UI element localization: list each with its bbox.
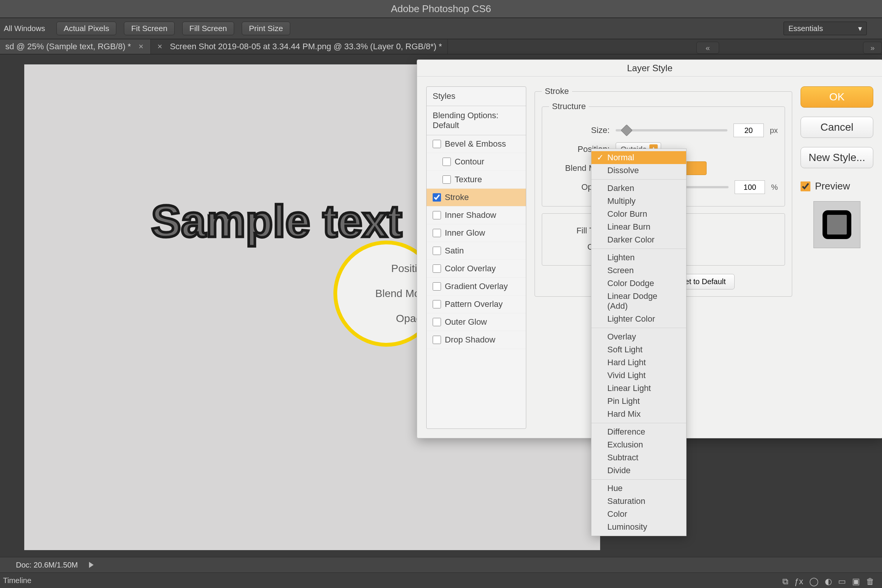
link-icon[interactable]: ⧉ [782, 577, 788, 586]
blend-mode-option-exclusion[interactable]: Exclusion [591, 438, 686, 451]
actual-pixels-button[interactable]: Actual Pixels [56, 22, 116, 35]
blend-mode-option-color[interactable]: Color [591, 508, 686, 521]
blend-mode-option-difference[interactable]: Difference [591, 425, 686, 438]
blend-mode-option-darker-color[interactable]: Darker Color [591, 233, 686, 246]
slider-thumb-icon[interactable] [621, 124, 632, 136]
timeline-panel-tab[interactable]: Timeline ⧉ ƒx ◯ ◐ ▭ ▣ 🗑 [0, 573, 882, 588]
style-item-color-overlay[interactable]: Color Overlay [427, 260, 526, 278]
style-item-checkbox[interactable] [433, 247, 441, 255]
doc-size-readout: Doc: 20.6M/1.50M [16, 561, 78, 569]
blend-mode-option-hard-light[interactable]: Hard Light [591, 356, 686, 369]
app-title: Adobe Photoshop CS6 [391, 3, 491, 15]
blend-mode-option-linear-light[interactable]: Linear Light [591, 382, 686, 395]
preview-toggle[interactable]: Preview [801, 180, 873, 192]
style-item-drop-shadow[interactable]: Drop Shadow [427, 331, 526, 349]
blend-mode-option-divide[interactable]: Divide [591, 464, 686, 477]
opacity-input[interactable] [735, 180, 765, 194]
style-item-stroke[interactable]: Stroke [427, 189, 526, 206]
print-size-button[interactable]: Print Size [242, 22, 290, 35]
style-item-checkbox[interactable] [433, 193, 441, 202]
ok-button[interactable]: OK [801, 86, 873, 108]
blend-mode-option-darken[interactable]: Darken [591, 182, 686, 195]
blend-mode-option-luminosity[interactable]: Luminosity [591, 521, 686, 533]
style-item-contour[interactable]: Contour [427, 153, 526, 171]
size-row: Size: px [549, 124, 778, 137]
canvas-text-layer: Sample text [151, 195, 402, 247]
size-unit: px [770, 126, 778, 135]
blending-options-header[interactable]: Blending Options: Default [427, 106, 526, 135]
mask-icon[interactable]: ◯ [809, 577, 819, 586]
blend-mode-option-normal[interactable]: Normal [591, 151, 686, 164]
adjustment-icon[interactable]: ◐ [825, 577, 832, 586]
blend-mode-option-screen[interactable]: Screen [591, 264, 686, 277]
status-bar: Doc: 20.6M/1.50M [0, 557, 882, 573]
blend-mode-option-soft-light[interactable]: Soft Light [591, 343, 686, 356]
blend-mode-option-saturation[interactable]: Saturation [591, 495, 686, 508]
blend-mode-option-lighten[interactable]: Lighten [591, 251, 686, 264]
document-tab-0[interactable]: sd @ 25% (Sample text, RGB/8) * × [0, 39, 151, 54]
blend-mode-option-pin-light[interactable]: Pin Light [591, 395, 686, 408]
blend-mode-option-lighter-color[interactable]: Lighter Color [591, 313, 686, 325]
blend-mode-option-color-burn[interactable]: Color Burn [591, 208, 686, 220]
document-tab-label: sd @ 25% (Sample text, RGB/8) * [5, 42, 131, 52]
style-item-outer-glow[interactable]: Outer Glow [427, 313, 526, 331]
preview-checkbox[interactable] [801, 181, 810, 191]
fx-icon[interactable]: ƒx [794, 577, 803, 586]
style-item-checkbox[interactable] [433, 140, 441, 148]
blend-mode-option-dissolve[interactable]: Dissolve [591, 164, 686, 177]
document-tab-1[interactable]: × Screen Shot 2019-08-05 at 3.34.44 PM.p… [151, 39, 448, 54]
all-windows-toggle[interactable]: All Windows [0, 22, 49, 35]
blend-mode-option-multiply[interactable]: Multiply [591, 195, 686, 208]
style-item-label: Texture [455, 175, 482, 185]
blend-mode-popup[interactable]: NormalDissolveDarkenMultiplyColor BurnLi… [591, 149, 687, 536]
style-item-pattern-overlay[interactable]: Pattern Overlay [427, 296, 526, 313]
style-item-checkbox[interactable] [433, 211, 441, 219]
blend-mode-option-linear-dodge-add-[interactable]: Linear Dodge (Add) [591, 290, 686, 313]
style-item-checkbox[interactable] [433, 300, 441, 308]
size-slider[interactable] [616, 129, 727, 131]
blend-mode-option-subtract[interactable]: Subtract [591, 451, 686, 464]
style-item-inner-glow[interactable]: Inner Glow [427, 224, 526, 242]
workspace-switcher[interactable]: Essentials ▾ [783, 22, 867, 35]
fit-screen-button[interactable]: Fit Screen [124, 22, 175, 35]
blend-mode-option-vivid-light[interactable]: Vivid Light [591, 369, 686, 382]
style-item-label: Bevel & Emboss [445, 139, 506, 149]
new-layer-icon[interactable]: ▣ [852, 577, 860, 586]
blend-mode-option-color-dodge[interactable]: Color Dodge [591, 277, 686, 290]
style-item-checkbox[interactable] [433, 282, 441, 291]
blend-mode-option-hue[interactable]: Hue [591, 482, 686, 495]
style-item-inner-shadow[interactable]: Inner Shadow [427, 206, 526, 224]
style-item-checkbox[interactable] [443, 158, 451, 166]
style-item-satin[interactable]: Satin [427, 242, 526, 260]
style-item-checkbox[interactable] [433, 336, 441, 344]
panel-collapse-handle[interactable]: « [696, 42, 719, 54]
style-item-bevel-emboss[interactable]: Bevel & Emboss [427, 135, 526, 153]
style-item-label: Contour [455, 157, 484, 167]
style-item-checkbox[interactable] [433, 229, 441, 237]
opacity-unit: % [771, 183, 778, 192]
style-item-checkbox[interactable] [433, 318, 441, 326]
close-icon[interactable]: × [156, 42, 164, 52]
new-style-button[interactable]: New Style... [801, 147, 873, 168]
style-item-gradient-overlay[interactable]: Gradient Overlay [427, 278, 526, 296]
style-item-checkbox[interactable] [433, 264, 441, 273]
blend-mode-option-hard-mix[interactable]: Hard Mix [591, 408, 686, 421]
style-item-checkbox[interactable] [443, 175, 451, 184]
panel-expand-handle[interactable]: » [863, 42, 882, 54]
fill-screen-button[interactable]: Fill Screen [182, 22, 234, 35]
blend-mode-option-linear-burn[interactable]: Linear Burn [591, 220, 686, 233]
thumbnail-shape [823, 210, 851, 239]
disclosure-triangle-icon[interactable] [89, 562, 94, 568]
styles-header[interactable]: Styles [427, 87, 526, 106]
close-icon[interactable]: × [137, 42, 145, 52]
blend-mode-option-overlay[interactable]: Overlay [591, 330, 686, 343]
style-item-label: Pattern Overlay [445, 299, 503, 309]
size-label: Size: [549, 125, 610, 135]
trash-icon[interactable]: 🗑 [866, 577, 874, 586]
size-input[interactable] [733, 124, 764, 137]
style-item-texture[interactable]: Texture [427, 171, 526, 189]
cancel-button[interactable]: Cancel [801, 117, 873, 138]
style-item-label: Gradient Overlay [445, 281, 508, 291]
group-icon[interactable]: ▭ [838, 577, 846, 586]
style-item-label: Inner Glow [445, 228, 485, 238]
